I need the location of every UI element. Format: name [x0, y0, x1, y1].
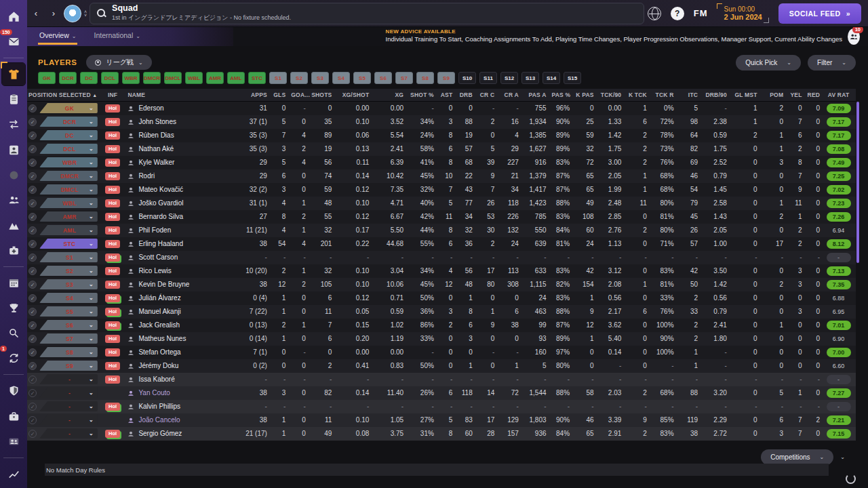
column-header-name[interactable]: NAME	[126, 89, 235, 101]
position-tag[interactable]: S1⌄	[39, 252, 98, 262]
column-header-shots[interactable]: SHOTS	[310, 89, 336, 101]
column-header-pas-[interactable]: PAS %	[551, 89, 574, 101]
position-tag[interactable]: AML⌄	[39, 225, 98, 235]
table-row[interactable]: ✓S9⌄HolJérémy Doku0 (2)0020.410.8350%010…	[27, 359, 856, 373]
position-filter-wbl[interactable]: WBL	[185, 72, 203, 84]
row-select-check[interactable]: ✓	[28, 308, 37, 316]
finances-icon[interactable]	[2, 405, 25, 428]
column-header-goa-[interactable]: GOA...	[290, 89, 309, 101]
position-tag[interactable]: DMCL⌄	[39, 184, 98, 195]
position-filter-s2[interactable]: S2	[290, 72, 308, 84]
row-select-check[interactable]: ✓	[28, 104, 37, 113]
player-name-cell[interactable]: Rodri	[127, 169, 231, 183]
player-name-cell[interactable]: Phil Foden	[127, 224, 231, 237]
filter-button[interactable]: Filter⌄	[808, 55, 856, 70]
back-button[interactable]: ‹	[27, 8, 45, 18]
position-filter-s11[interactable]: S11	[479, 72, 497, 84]
player-name-cell[interactable]: Manuel Akanji	[127, 305, 231, 319]
position-filter-dcl[interactable]: DCL	[101, 72, 119, 84]
row-select-check[interactable]: ✓	[28, 159, 37, 167]
column-header-shot-[interactable]: SHOT %	[408, 89, 438, 101]
position-tag[interactable]: WBL⌄	[39, 198, 98, 208]
competitions-icon[interactable]	[2, 297, 25, 319]
advice-banner[interactable]: NEW ADVICE AVAILABLE Individual Training…	[386, 27, 842, 46]
position-tag[interactable]: -⌄	[39, 428, 98, 439]
column-header-k-pas[interactable]: K PAS	[574, 89, 598, 101]
tab-international[interactable]: International⌄	[94, 27, 140, 39]
table-row[interactable]: ✓S7⌄HolMatheus Nunes0 (14)1060.201.1933%…	[27, 332, 856, 346]
position-tag[interactable]: S7⌄	[39, 333, 98, 344]
table-row[interactable]: ✓AMR⌄HolBernardo Silva2782550.126.6742%1…	[27, 210, 856, 224]
advice-people-icon[interactable]: 10	[848, 28, 860, 45]
row-select-check[interactable]: ✓	[28, 186, 37, 194]
row-select-check[interactable]: ✓	[28, 348, 37, 357]
column-header-tck-90[interactable]: TCK/90	[598, 89, 626, 101]
row-select-check[interactable]: ✓	[28, 213, 37, 221]
position-filter-s10[interactable]: S10	[458, 72, 476, 84]
title-search-box[interactable]: Squad 1st in イングランドプレミアディビジョン - No fixtu…	[90, 3, 644, 24]
player-name-cell[interactable]: João Cancelo	[127, 413, 231, 427]
club-crest[interactable]	[64, 5, 81, 22]
row-select-check[interactable]: ✓	[28, 294, 37, 302]
table-row[interactable]: ✓GK⌄HolEderson310-00.000.00-00--75596%00…	[27, 101, 856, 115]
table-row[interactable]: ✓-⌄HolSergio Gómez21 (17)10490.083.7531%…	[27, 427, 856, 441]
search-icon[interactable]	[97, 9, 106, 18]
player-name-cell[interactable]: Jack Grealish	[127, 319, 231, 332]
player-name-cell[interactable]: Issa Kaboré	[127, 373, 231, 386]
row-select-check[interactable]: ✓	[28, 321, 37, 329]
row-select-check[interactable]: ✓	[28, 362, 37, 370]
club-vision-icon[interactable]	[2, 380, 25, 402]
table-row[interactable]: ✓STC⌄HolErling Haaland385442010.2244.685…	[27, 237, 856, 251]
position-filter-stc[interactable]: STC	[248, 72, 266, 84]
table-row[interactable]: ✓WBR⌄HolKyle Walker2954560.116.3941%8683…	[27, 156, 856, 169]
player-name-cell[interactable]: Stefan Ortega	[127, 346, 231, 359]
position-filter-dcr[interactable]: DCR	[59, 72, 77, 84]
row-select-check[interactable]: ✓	[28, 131, 37, 140]
table-row[interactable]: ✓AML⌄HolPhil Foden11 (21)41320.175.5044%…	[27, 224, 856, 237]
player-name-cell[interactable]: Matheus Nunes	[127, 332, 231, 346]
position-tag[interactable]: S8⌄	[39, 347, 98, 357]
dev-centre-icon[interactable]	[2, 214, 25, 237]
player-name-cell[interactable]: Erling Haaland	[127, 237, 231, 251]
table-row[interactable]: ✓-⌄HolKalvin Phillips-------------------…	[27, 400, 856, 413]
column-header-xg-shot[interactable]: XG/SHOT	[336, 89, 373, 101]
position-filter-s7[interactable]: S7	[395, 72, 413, 84]
transfers-icon[interactable]	[2, 113, 25, 136]
position-filter-gk[interactable]: GK	[38, 72, 56, 84]
inbox-icon[interactable]: 150	[2, 30, 25, 53]
table-row[interactable]: ✓DMCL⌄HolMateo Kovačić32 (2)30590.127.35…	[27, 183, 856, 197]
competition-filter-dropdown[interactable]: リーグ戦 ⌄	[86, 55, 151, 70]
position-tag[interactable]: DC⌄	[39, 130, 98, 140]
position-tag[interactable]: DCL⌄	[39, 144, 98, 154]
table-row[interactable]: ✓S8⌄HolStefan Ortega7 (1)0-00.000.00-00-…	[27, 346, 856, 359]
row-select-check[interactable]: ✓	[28, 403, 37, 411]
training-icon[interactable]	[2, 139, 25, 161]
row-select-check[interactable]: ✓	[28, 253, 37, 262]
column-header-gls[interactable]: GLS	[271, 89, 290, 101]
board-icon[interactable]	[2, 430, 25, 453]
quick-pick-button[interactable]: Quick Pick⌄	[736, 55, 801, 70]
row-select-check[interactable]: ✓	[28, 375, 37, 384]
world-icon[interactable]	[648, 7, 661, 20]
position-tag[interactable]: -⌄	[39, 401, 98, 411]
row-select-check[interactable]: ✓	[28, 416, 37, 424]
position-filter-s15[interactable]: S15	[564, 72, 581, 84]
player-name-cell[interactable]: Jérémy Doku	[127, 359, 231, 373]
column-header-inf[interactable]: INF	[102, 89, 127, 101]
medical-centre-icon[interactable]	[2, 239, 25, 262]
player-name-cell[interactable]: Nathan Aké	[127, 142, 231, 156]
table-row[interactable]: ✓S2⌄HolRico Lewis10 (20)21320.103.0434%4…	[27, 264, 856, 278]
table-row[interactable]: ✓S4⌄HolJulián Álvarez0 (4)1060.120.7150%…	[27, 291, 856, 305]
club-icon[interactable]	[2, 164, 25, 186]
position-tag[interactable]: AMR⌄	[39, 211, 98, 222]
player-name-cell[interactable]: Rico Lewis	[127, 264, 231, 278]
column-header-apps[interactable]: APPS	[235, 89, 271, 101]
position-filter-dmcl[interactable]: DMCL	[164, 72, 182, 84]
position-filter-s6[interactable]: S6	[374, 72, 392, 84]
club-switcher[interactable]: ˄˅	[84, 10, 87, 17]
collapse-chevron-icon[interactable]: ⌄	[840, 454, 845, 460]
table-row[interactable]: ✓-⌄João Cancelo3810110.101.0527%58317129…	[27, 413, 856, 427]
forward-button[interactable]: ›	[45, 8, 62, 18]
position-filter-s4[interactable]: S4	[332, 72, 350, 84]
position-filter-s13[interactable]: S13	[521, 72, 539, 84]
